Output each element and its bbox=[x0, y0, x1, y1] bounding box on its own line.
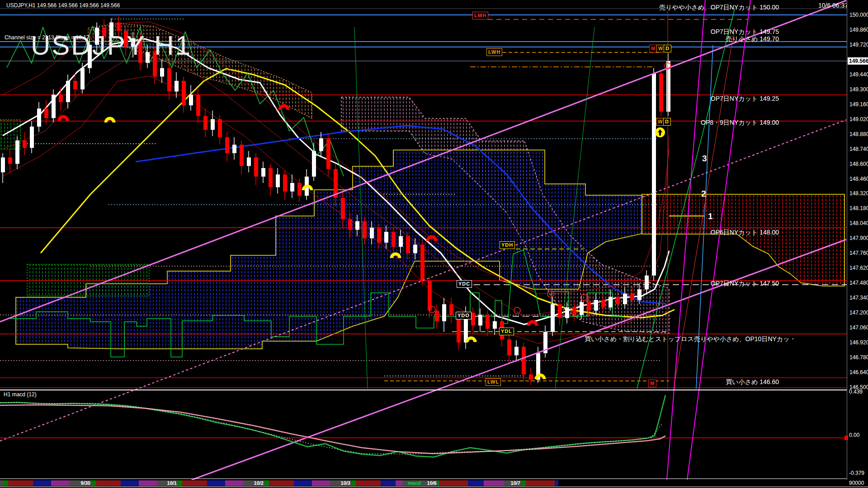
red-future-kumo bbox=[642, 194, 844, 286]
chart-title-quote: USDJPY,H1 149.566 149.566 149.566 149.56… bbox=[6, 2, 120, 9]
candle-body bbox=[507, 339, 511, 355]
date-label: 10/7 bbox=[511, 480, 520, 486]
chart-annotation: 3 bbox=[702, 154, 707, 164]
session-segment bbox=[381, 480, 396, 486]
candle-body bbox=[529, 375, 533, 380]
candle-body bbox=[609, 297, 613, 308]
level-box-lwl: LWL bbox=[486, 378, 501, 386]
candle-body bbox=[377, 228, 381, 243]
candle-body bbox=[211, 119, 215, 130]
candle-body bbox=[486, 315, 490, 329]
candle-body bbox=[66, 81, 70, 102]
price-axis-label: 146.780 bbox=[849, 354, 868, 361]
candle-body bbox=[580, 302, 584, 315]
candle-body bbox=[645, 276, 649, 290]
candle-body bbox=[413, 244, 417, 253]
price-axis-label: 149.440 bbox=[849, 71, 868, 78]
candle-body bbox=[587, 302, 591, 311]
candle-body bbox=[449, 304, 453, 315]
candle-body bbox=[297, 183, 302, 196]
candle-body bbox=[269, 168, 273, 187]
candle-body bbox=[203, 116, 208, 130]
candle-body bbox=[601, 300, 605, 307]
price-axis-label: 149.160 bbox=[849, 101, 868, 108]
level-box-ydo: YDO bbox=[456, 312, 472, 319]
date-label: 10/3 bbox=[341, 480, 350, 486]
macd-zero-marker bbox=[844, 436, 848, 440]
session-segment bbox=[91, 480, 96, 486]
candle-body bbox=[232, 145, 236, 153]
chart-annotation: OP7日NYカット 149.25 bbox=[711, 95, 779, 103]
candle-body bbox=[247, 157, 251, 166]
price-axis-label: 147.900 bbox=[849, 235, 868, 241]
chart-annotation: OP8・9日NYカット 149.00 bbox=[701, 119, 779, 127]
chart-annotation: 1 bbox=[708, 211, 713, 221]
session-segment bbox=[269, 480, 294, 486]
price-axis[interactable]: 150.000149.860149.720149.440149.300149.1… bbox=[847, 0, 868, 480]
price-axis-label: 148.740 bbox=[849, 146, 868, 152]
level-box-d: D bbox=[664, 45, 671, 52]
candle-body bbox=[1, 157, 5, 172]
candle-body bbox=[652, 73, 656, 275]
session-segment bbox=[264, 480, 269, 486]
session-segment bbox=[96, 480, 121, 486]
session-segment bbox=[4, 480, 8, 486]
candle-body bbox=[551, 304, 555, 332]
date-label: 10/6 bbox=[427, 480, 437, 486]
session-segment bbox=[484, 480, 504, 486]
session-segment bbox=[33, 480, 51, 486]
candle-body bbox=[175, 81, 179, 92]
session-segment bbox=[555, 480, 558, 486]
candle-body bbox=[370, 228, 374, 239]
sell-horseshoe-icon bbox=[528, 322, 537, 326]
chart-annotation: 売りやや小さめ、OP7日NYカット 150.00 bbox=[659, 4, 779, 12]
candle-body bbox=[80, 68, 85, 89]
candle-body bbox=[522, 347, 526, 374]
buy-horseshoe-icon bbox=[106, 118, 114, 122]
level-box-ydc: YDC bbox=[457, 280, 472, 288]
candle-body bbox=[276, 174, 280, 187]
time-axis-session-bar[interactable]: 9/3010/110/210/310/610/7 bbox=[0, 480, 847, 486]
price-axis-label: 147.620 bbox=[849, 265, 868, 271]
price-axis-label: 149.720 bbox=[849, 42, 868, 48]
candle-body bbox=[261, 168, 265, 177]
candle-body bbox=[341, 198, 345, 219]
channel-info-text: Channel size = 2313 Slope = 16.17 bbox=[5, 34, 89, 41]
session-segment bbox=[139, 480, 157, 486]
candle-body bbox=[326, 138, 330, 169]
candle-body bbox=[8, 157, 12, 164]
current-price-tag: 149.566 bbox=[848, 57, 868, 65]
price-axis-label: 147.340 bbox=[849, 295, 868, 301]
ichimoku-clouds bbox=[0, 23, 844, 349]
price-axis-label: 147.200 bbox=[849, 310, 868, 316]
candle-body bbox=[348, 219, 352, 230]
candle-body bbox=[52, 95, 56, 118]
panel-separator-top bbox=[0, 389, 868, 390]
trend-line[interactable] bbox=[667, 0, 705, 480]
price-axis-label: 147.760 bbox=[849, 250, 868, 256]
price-axis-label: 149.860 bbox=[849, 27, 868, 33]
candle-body bbox=[225, 137, 229, 153]
candle-body bbox=[630, 294, 634, 300]
alert-ring-icon bbox=[514, 307, 520, 314]
candle-body bbox=[167, 68, 171, 92]
candle-body bbox=[254, 157, 258, 176]
price-axis-label: 147.480 bbox=[849, 280, 868, 286]
chart-annotation: OP6日NYカット 148.00 bbox=[711, 229, 779, 237]
session-macd-text: macd bbox=[408, 480, 421, 486]
session-segment bbox=[225, 480, 243, 486]
session-segment bbox=[521, 480, 526, 486]
session-segment bbox=[526, 480, 555, 486]
candle-body bbox=[572, 307, 576, 314]
session-segment bbox=[312, 480, 330, 486]
session-segment bbox=[294, 480, 312, 486]
candle-body bbox=[420, 244, 425, 281]
candle-body bbox=[44, 108, 48, 118]
blue-kumo bbox=[16, 150, 642, 349]
date-label: 10/2 bbox=[254, 480, 264, 486]
candle-body bbox=[59, 95, 63, 102]
trend-line[interactable] bbox=[687, 0, 750, 480]
candle-body bbox=[623, 294, 627, 305]
candle-body bbox=[428, 281, 432, 311]
chart-canvas[interactable] bbox=[0, 0, 847, 480]
